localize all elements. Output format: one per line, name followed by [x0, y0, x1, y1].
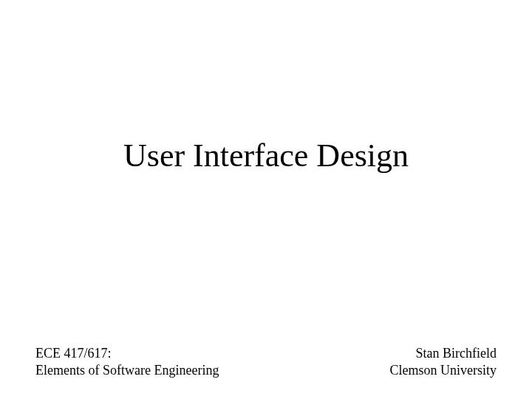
slide-title: User Interface Design [0, 137, 532, 174]
slide: User Interface Design ECE 417/617: Eleme… [0, 0, 532, 399]
footer-right: Stan Birchfield Clemson University [390, 345, 497, 378]
footer-left: ECE 417/617: Elements of Software Engine… [35, 345, 219, 378]
course-code: ECE 417/617: [35, 345, 219, 362]
slide-footer: ECE 417/617: Elements of Software Engine… [35, 345, 497, 378]
author-name: Stan Birchfield [390, 345, 497, 362]
course-name: Elements of Software Engineering [35, 362, 219, 379]
institution-name: Clemson University [390, 362, 497, 379]
